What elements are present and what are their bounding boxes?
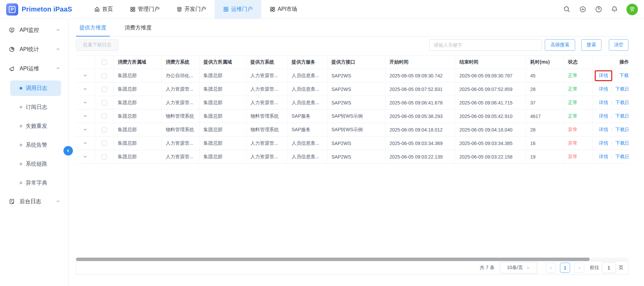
help-icon[interactable]: [595, 6, 602, 13]
search-icon[interactable]: [563, 6, 570, 13]
next-page-button[interactable]: [574, 263, 584, 273]
detail-link[interactable]: 详情: [599, 154, 608, 160]
col-provider-domain: 提供方所属域: [199, 56, 246, 69]
download-log-link[interactable]: 下载日志: [615, 154, 628, 160]
col-status: 状态: [564, 56, 593, 69]
cell-start-time: 2025-06-05 09:04:18.012: [385, 123, 455, 136]
keyword-search-input[interactable]: [429, 39, 542, 51]
row-checkbox[interactable]: [102, 73, 107, 78]
detail-link[interactable]: 详情: [599, 86, 608, 92]
top-navbar: P Primeton iPaaS 首页 管理门户 开发门户 运维门户 A: [0, 0, 644, 19]
sidebar-item-exception-dict[interactable]: 异常字典: [10, 175, 61, 191]
cell-provider-domain: 集团总部: [199, 96, 246, 109]
detail-link[interactable]: 详情: [599, 100, 608, 106]
row-checkbox[interactable]: [102, 127, 107, 133]
row-checkbox-cell: [95, 69, 114, 82]
nav-item-home[interactable]: 首页: [86, 0, 122, 19]
horizontal-scrollbar-thumb[interactable]: [76, 258, 590, 261]
tab-consumer-dimension[interactable]: 消费方维度: [121, 24, 155, 36]
download-log-link[interactable]: 下载日志: [615, 100, 628, 106]
batch-download-button[interactable]: 批量下载日志: [76, 39, 118, 51]
row-checkbox-cell: [95, 96, 114, 109]
search-button[interactable]: 搜索: [581, 39, 601, 51]
cell-cost: 4617: [526, 110, 564, 123]
sidebar-item-system-trace[interactable]: 系统链路: [10, 156, 61, 172]
row-expand-icon[interactable]: [76, 150, 95, 163]
download-log-link[interactable]: 下载日志: [615, 86, 628, 92]
brand-name: Primeton iPaaS: [22, 5, 72, 13]
row-actions: 详情 下载日志: [593, 69, 628, 82]
cell-provider-system: 人力资源管...: [246, 82, 288, 96]
action-divider: [612, 141, 612, 146]
row-expand-icon[interactable]: [76, 82, 95, 96]
cell-cost: 28: [526, 123, 564, 136]
notifications-bell-icon[interactable]: [611, 6, 618, 13]
page-size-select[interactable]: 10条/页: [500, 262, 537, 273]
tab-provider-dimension[interactable]: 提供方维度: [76, 24, 110, 36]
cell-provider-api: SAP转WS示例: [327, 123, 385, 136]
row-expand-icon[interactable]: [76, 137, 95, 150]
current-page-button[interactable]: 1: [560, 263, 570, 273]
status-badge: 正常: [564, 110, 593, 123]
chevron-down-icon: [56, 27, 60, 33]
sidebar-item-api-monitor[interactable]: API监控: [0, 23, 68, 38]
download-log-link[interactable]: 下载日志: [615, 140, 628, 146]
horizontal-scrollbar: [76, 258, 628, 261]
cell-start-time: 2025-06-05 09:07:52.831: [385, 82, 455, 96]
cell-cost: 45: [526, 69, 564, 82]
ai-assistant-icon[interactable]: AI: [579, 6, 586, 13]
row-checkbox[interactable]: [102, 100, 107, 105]
download-log-link[interactable]: 下载日志: [619, 73, 628, 79]
row-expand-icon[interactable]: [76, 96, 95, 109]
col-consumer-domain: 消费方所属域: [114, 56, 162, 69]
advanced-search-button[interactable]: 高级搜索: [545, 39, 575, 51]
sidebar-item-backend-logs[interactable]: 后台日志: [0, 194, 68, 209]
row-expand-icon[interactable]: [76, 123, 95, 136]
row-checkbox[interactable]: [102, 154, 107, 160]
row-checkbox[interactable]: [102, 141, 107, 146]
sidebar-item-system-alerts[interactable]: 系统告警: [10, 137, 61, 153]
clear-button[interactable]: 清空: [609, 39, 628, 51]
chevron-down-icon: [526, 266, 530, 270]
sidebar-item-api-ops[interactable]: API运维: [0, 61, 68, 76]
cell-provider-domain: 集团总部: [199, 123, 246, 136]
cell-provider-system: 人力资源管...: [246, 69, 288, 82]
row-checkbox-cell: [95, 150, 114, 163]
row-checkbox[interactable]: [102, 114, 107, 119]
detail-link[interactable]: 详情: [599, 113, 608, 119]
cell-consumer-domain: 集团总部: [114, 110, 162, 123]
download-log-link[interactable]: 下载日志: [615, 127, 628, 133]
nav-item-admin-portal[interactable]: 管理门户: [122, 0, 168, 19]
detail-link[interactable]: 详情: [599, 140, 608, 146]
row-actions: 详情 下载日志: [593, 82, 628, 96]
nav-item-api-market[interactable]: API市场: [261, 0, 306, 19]
prev-page-button[interactable]: [546, 263, 556, 273]
nav-item-ops-portal[interactable]: 运维门户: [215, 0, 261, 19]
cell-consumer-domain: 集团总部: [114, 137, 162, 150]
download-log-link[interactable]: 下载日志: [615, 113, 628, 119]
cell-provider-domain: 集团总部: [199, 69, 246, 82]
sidebar-item-call-logs[interactable]: 调用日志: [10, 80, 61, 96]
row-expand-icon[interactable]: [76, 110, 95, 123]
user-avatar[interactable]: 管: [626, 4, 638, 15]
toolbar: 批量下载日志 高级搜索 搜索 清空: [76, 39, 628, 51]
sidebar-item-subscription-logs[interactable]: 订阅日志: [10, 99, 61, 115]
detail-link[interactable]: 详情: [599, 127, 608, 133]
sidebar-item-failure-resend[interactable]: 失败重发: [10, 118, 61, 134]
cell-start-time: 2025-06-05 09:03:34.369: [385, 137, 455, 150]
cell-consumer-domain: 集团总部: [114, 123, 162, 136]
cell-end-time: 2025-06-05 09:06:41.715: [455, 96, 526, 109]
detail-link[interactable]: 详情: [599, 73, 608, 79]
chevron-left-icon: [66, 149, 70, 153]
cell-start-time: 2025-06-05 09:03:22.139: [385, 150, 455, 163]
goto-page-input[interactable]: [602, 262, 616, 273]
sidebar-collapse-button[interactable]: [63, 146, 73, 156]
table-row: 集团总部 人力资源管... 集团总部 人力资源管... 人员信息查... SAP…: [76, 96, 628, 110]
nav-item-dev-portal[interactable]: 开发门户: [168, 0, 215, 19]
cell-cost: 37: [526, 96, 564, 109]
grid-icon: [270, 6, 275, 12]
row-expand-icon[interactable]: [76, 69, 95, 82]
sidebar-item-api-stats[interactable]: API统计: [0, 42, 68, 57]
select-all-checkbox[interactable]: [102, 59, 107, 65]
row-checkbox[interactable]: [102, 87, 107, 92]
